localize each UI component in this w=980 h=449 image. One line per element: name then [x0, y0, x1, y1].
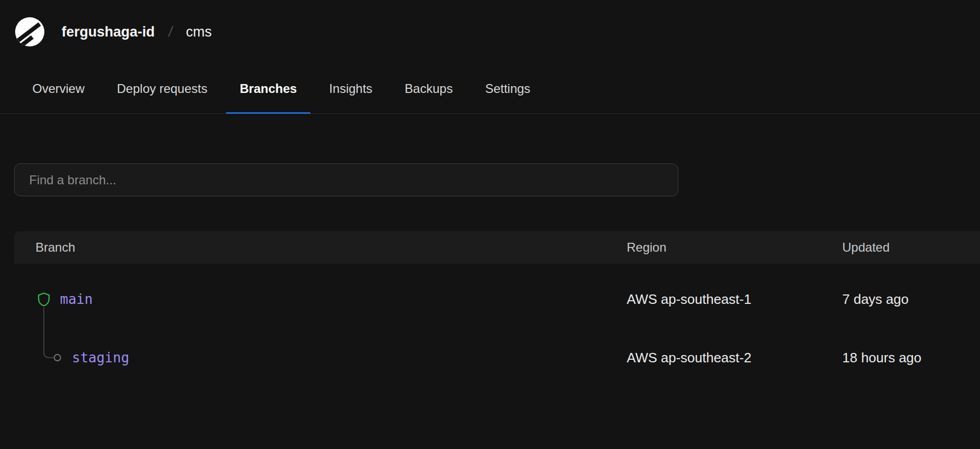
- branch-link-staging[interactable]: staging: [72, 350, 129, 365]
- breadcrumb-org[interactable]: fergushaga-id: [62, 24, 155, 40]
- table-row-main[interactable]: main AWS ap-southeast-1 7 days ago: [14, 270, 980, 328]
- tab-backups[interactable]: Backups: [391, 64, 467, 113]
- shield-icon: [38, 292, 50, 306]
- table-header-row: Branch Region Updated: [14, 231, 980, 264]
- tab-deploy-requests[interactable]: Deploy requests: [103, 64, 221, 113]
- breadcrumb-separator: /: [167, 23, 173, 40]
- breadcrumb: fergushaga-id / cms: [62, 23, 212, 40]
- updated-cell: 18 hours ago: [842, 350, 980, 366]
- table-body: main AWS ap-southeast-1 7 days ago stagi…: [14, 264, 980, 387]
- column-header-branch: Branch: [14, 240, 627, 255]
- tab-branches[interactable]: Branches: [226, 64, 310, 113]
- branch-cell: main: [14, 291, 627, 307]
- branch-link-main[interactable]: main: [60, 291, 93, 307]
- branch-search: [14, 163, 980, 196]
- tab-settings[interactable]: Settings: [472, 64, 544, 113]
- tab-insights[interactable]: Insights: [316, 64, 386, 113]
- planetscale-logo-icon[interactable]: [15, 17, 45, 47]
- region-cell: AWS ap-southeast-1: [627, 291, 842, 308]
- updated-cell: 7 days ago: [842, 291, 980, 308]
- branch-cell: staging: [14, 350, 627, 365]
- region-cell: AWS ap-southeast-2: [627, 350, 842, 366]
- column-header-region: Region: [627, 240, 842, 255]
- database-tab-bar: Overview Deploy requests Branches Insigh…: [0, 64, 980, 114]
- table-row-staging[interactable]: staging AWS ap-southeast-2 18 hours ago: [14, 328, 980, 387]
- column-header-updated: Updated: [842, 240, 980, 255]
- tab-overview[interactable]: Overview: [19, 64, 98, 113]
- breadcrumb-database[interactable]: cms: [186, 24, 212, 40]
- branches-table: Branch Region Updated main AWS ap-southe…: [14, 231, 980, 387]
- app-header: fergushaga-id / cms: [0, 0, 980, 48]
- branch-search-input[interactable]: [14, 163, 678, 196]
